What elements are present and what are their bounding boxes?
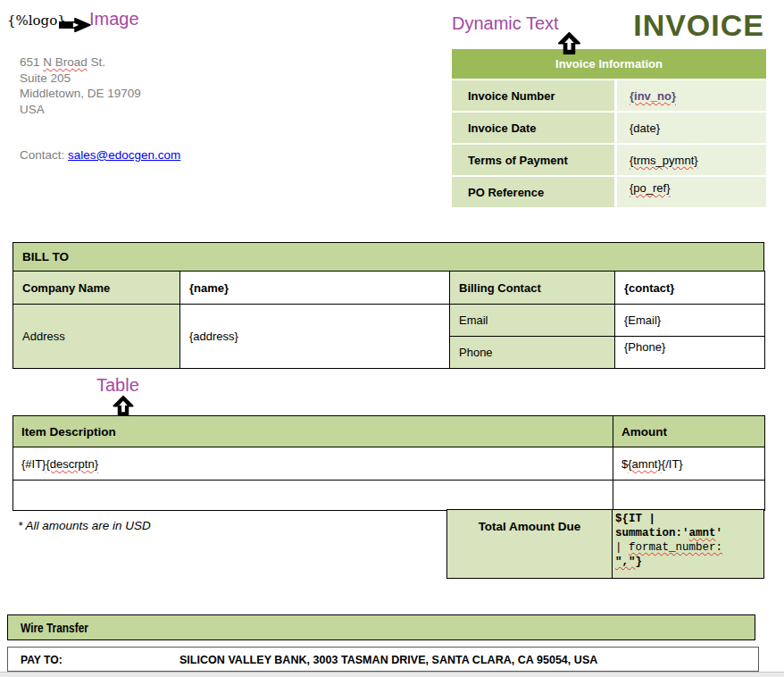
image-annotation: Image	[89, 9, 139, 29]
table-row: Invoice Date {date}	[452, 113, 766, 143]
address-value: {address}	[180, 305, 450, 369]
address-label: Address	[13, 305, 180, 369]
total-row: Total Amount Due ${IT | summation:'amnt'…	[446, 509, 764, 579]
item-description-cell: {#IT}{descrptn}	[13, 447, 613, 481]
address-line-3: Middletown, DE 19709	[20, 86, 141, 102]
up-arrow-icon	[557, 32, 581, 54]
amount-cell: ${amnt}{/IT}	[613, 447, 765, 481]
billing-contact-label: Billing Contact	[450, 272, 615, 305]
amount-cell-empty	[613, 481, 765, 511]
table-row: Company Name {name} Billing Contact {con…	[13, 272, 765, 305]
table-header-row: Item Description Amount	[13, 416, 765, 447]
company-name-value: {name}	[180, 272, 450, 305]
pay-to-value: SILICON VALLEY BANK, 3003 TASMAN DRIVE, …	[179, 653, 597, 666]
table-row-empty	[13, 481, 765, 511]
invoice-date-value: {date}	[617, 113, 766, 143]
total-amount-formula: ${IT | summation:'amnt' | format_number:…	[613, 509, 764, 579]
wire-transfer-header: Wire Transfer	[7, 614, 755, 640]
table-row: Terms of Payment {trms_pymnt}	[452, 145, 766, 175]
phone-value: {Phone}	[615, 337, 765, 369]
terms-of-payment-value: {trms_pymnt}	[617, 145, 766, 175]
table-row: PO Reference {po_ref}	[452, 177, 766, 207]
items-table: Item Description Amount {#IT}{descrptn} …	[13, 415, 765, 511]
contact-label: Contact:	[20, 148, 68, 162]
contact-email-link[interactable]: sales@edocgen.com	[68, 148, 180, 162]
sender-address: 651 N Broad St. Suite 205 Middletown, DE…	[20, 54, 141, 117]
table-row: {#IT}{descrptn} ${amnt}{/IT}	[13, 447, 765, 481]
table-row: Invoice Number {inv_no}	[452, 80, 766, 111]
address-line-1: 651 N Broad St.	[20, 54, 141, 71]
pay-to-row: PAY TO: SILICON VALLEY BANK, 3003 TASMAN…	[7, 647, 759, 672]
page-title: INVOICE	[633, 8, 764, 43]
amount-header: Amount	[613, 416, 765, 447]
dynamic-text-annotation: Dynamic Text	[452, 13, 559, 34]
billing-contact-value: {contact}	[615, 272, 765, 305]
bill-to-header: BILL TO	[13, 242, 764, 272]
invoice-number-label: Invoice Number	[452, 80, 614, 111]
wire-transfer-title: Wire Transfer	[21, 621, 88, 635]
invoice-information-table: Invoice Information Invoice Number {inv_…	[452, 49, 766, 209]
invoice-information-header: Invoice Information	[452, 49, 766, 79]
invoice-date-label: Invoice Date	[452, 113, 614, 143]
total-amount-due-label: Total Amount Due	[446, 509, 613, 579]
po-reference-label: PO Reference	[452, 177, 614, 207]
right-arrow-icon	[59, 18, 91, 32]
window-bottom-strip	[0, 672, 784, 677]
address-line-4: USA	[20, 102, 141, 118]
invoice-number-value: {inv_no}	[617, 80, 766, 111]
item-description-cell-empty	[13, 481, 613, 511]
company-name-label: Company Name	[13, 272, 180, 305]
pay-to-label: PAY TO:	[21, 653, 63, 666]
usd-footnote: * All amounts are in USD	[18, 519, 151, 532]
terms-of-payment-label: Terms of Payment	[452, 145, 614, 175]
logo-placeholder: {%logo}	[7, 13, 66, 29]
phone-label: Phone	[450, 337, 615, 369]
po-reference-value: {po_ref}	[617, 177, 766, 207]
address-line-2: Suite 205	[20, 71, 141, 87]
item-description-header: Item Description	[13, 416, 613, 447]
contact-line: Contact: sales@edocgen.com	[20, 148, 180, 162]
table-row: Address {address} Email {Email}	[13, 305, 765, 337]
up-arrow-icon	[113, 396, 134, 416]
email-value: {Email}	[615, 305, 765, 337]
table-annotation: Table	[96, 375, 139, 396]
email-label: Email	[450, 305, 615, 337]
bill-to-table: Company Name {name} Billing Contact {con…	[13, 271, 765, 369]
